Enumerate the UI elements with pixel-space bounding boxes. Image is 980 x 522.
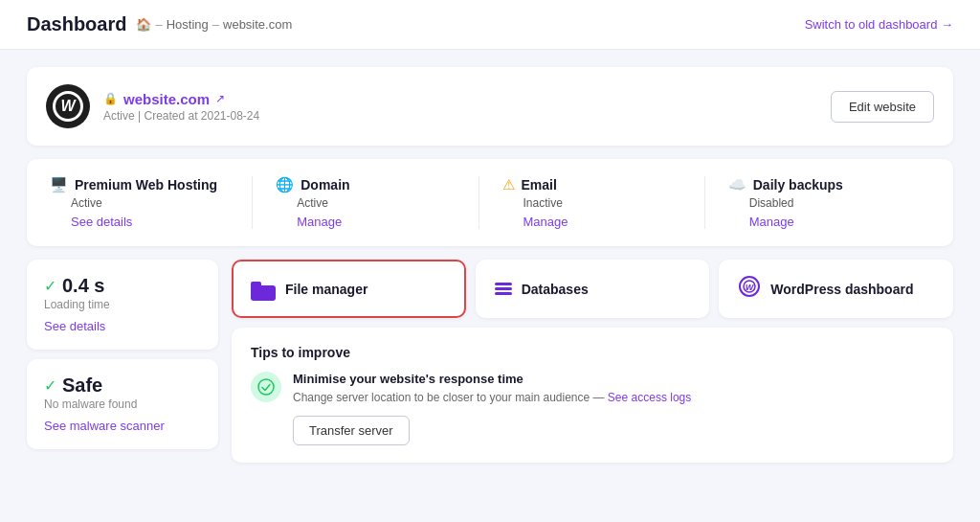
- site-card: W 🔒 website.com ↗ Active | Created at 20…: [27, 67, 953, 146]
- page-title: Dashboard: [27, 13, 126, 35]
- tip-icon: [251, 372, 281, 402]
- service-domain-action[interactable]: Manage: [297, 215, 468, 229]
- malware-scanner-link[interactable]: See malware scanner: [44, 419, 165, 433]
- hosting-icon: 🖥️: [50, 176, 68, 193]
- databases-card[interactable]: Databases: [476, 260, 710, 318]
- site-name-row: 🔒 website.com ↗: [103, 91, 259, 107]
- file-manager-label: File manager: [285, 282, 368, 297]
- file-manager-card[interactable]: File manager: [232, 260, 466, 318]
- service-backups-status: Disabled: [749, 196, 921, 210]
- svg-rect-1: [251, 282, 261, 288]
- wp-letter: W: [60, 98, 75, 115]
- wordpress-dashboard-card[interactable]: W WordPress dashboard: [719, 260, 953, 318]
- breadcrumb-home-icon: 🏠: [136, 17, 151, 32]
- right-column: File manager Databases: [232, 260, 953, 463]
- service-hosting: 🖥️ Premium Web Hosting Active See detail…: [50, 176, 252, 229]
- header-left: Dashboard 🏠 – Hosting – website.com: [27, 13, 292, 35]
- transfer-server-button[interactable]: Transfer server: [293, 416, 410, 445]
- service-email-title-row: ⚠ Email: [502, 176, 695, 193]
- service-email-title: Email: [522, 177, 557, 193]
- service-domain-status: Active: [297, 196, 468, 210]
- tip-description: Change server location to be closer to y…: [293, 389, 691, 406]
- left-column: ✓ 0.4 s Loading time See details ✓ Safe …: [27, 260, 218, 449]
- tip-desc-text: Change server location to be closer to y…: [293, 391, 605, 404]
- service-hosting-status: Active: [71, 196, 242, 210]
- site-meta: Active | Created at 2021-08-24: [103, 109, 259, 123]
- loading-time-link[interactable]: See details: [44, 319, 105, 333]
- service-email-action[interactable]: Manage: [523, 215, 695, 229]
- service-domain-title: Domain: [301, 177, 349, 193]
- wordpress-dashboard-icon: W: [738, 275, 761, 303]
- site-name-link[interactable]: website.com: [123, 91, 210, 107]
- service-domain: 🌐 Domain Active Manage: [252, 176, 478, 229]
- safe-check-icon: ✓: [44, 376, 56, 395]
- tip-access-logs-link[interactable]: See access logs: [608, 391, 691, 404]
- service-hosting-title: Premium Web Hosting: [75, 177, 217, 193]
- email-icon: ⚠: [502, 176, 515, 193]
- tip-item: Minimise your website's response time Ch…: [251, 372, 934, 445]
- breadcrumb: 🏠 – Hosting – website.com: [136, 17, 292, 32]
- service-backups-title: Daily backups: [753, 177, 843, 193]
- wordpress-logo: W: [46, 84, 90, 128]
- bottom-row: ✓ 0.4 s Loading time See details ✓ Safe …: [27, 260, 953, 463]
- site-info: 🔒 website.com ↗ Active | Created at 2021…: [103, 91, 259, 123]
- breadcrumb-separator2: –: [212, 17, 219, 32]
- file-manager-icon: [251, 278, 276, 301]
- tips-card: Tips to improve Minimise your website's …: [232, 328, 953, 463]
- loading-time-card: ✓ 0.4 s Loading time See details: [27, 260, 218, 350]
- tip-content: Minimise your website's response time Ch…: [293, 372, 691, 445]
- service-domain-title-row: 🌐 Domain: [276, 176, 468, 193]
- safe-value: Safe: [62, 374, 102, 397]
- loading-time-label: Loading time: [44, 298, 201, 311]
- tips-title: Tips to improve: [251, 345, 934, 360]
- loading-time-value-row: ✓ 0.4 s: [44, 275, 201, 297]
- tip-headline: Minimise your website's response time: [293, 372, 691, 386]
- safe-card: ✓ Safe No malware found See malware scan…: [27, 359, 218, 449]
- domain-icon: 🌐: [276, 176, 294, 193]
- service-backups-action[interactable]: Manage: [749, 215, 921, 229]
- lock-icon: 🔒: [103, 92, 118, 105]
- safe-value-row: ✓ Safe: [44, 374, 201, 397]
- databases-icon: [495, 283, 512, 295]
- services-card: 🖥️ Premium Web Hosting Active See detail…: [27, 159, 953, 246]
- service-backups: ☁️ Daily backups Disabled Manage: [704, 176, 930, 229]
- svg-point-5: [258, 379, 274, 395]
- external-link-icon[interactable]: ↗: [215, 92, 225, 105]
- breadcrumb-hosting: Hosting: [167, 17, 209, 32]
- top-header: Dashboard 🏠 – Hosting – website.com Swit…: [0, 0, 980, 50]
- check-icon: ✓: [44, 277, 56, 295]
- service-email: ⚠ Email Inactive Manage: [479, 176, 704, 229]
- service-backups-title-row: ☁️ Daily backups: [728, 176, 921, 193]
- main-content: W 🔒 website.com ↗ Active | Created at 20…: [0, 50, 980, 480]
- edit-website-button[interactable]: Edit website: [831, 91, 934, 123]
- service-hosting-title-row: 🖥️ Premium Web Hosting: [50, 176, 242, 193]
- breadcrumb-separator: –: [155, 17, 162, 32]
- backups-icon: ☁️: [728, 176, 746, 193]
- safe-label: No malware found: [44, 397, 201, 411]
- quick-actions-row: File manager Databases: [232, 260, 953, 318]
- wp-logo-inner: W: [53, 91, 83, 122]
- service-email-status: Inactive: [523, 196, 695, 210]
- site-card-left: W 🔒 website.com ↗ Active | Created at 20…: [46, 84, 259, 128]
- wordpress-dashboard-label: WordPress dashboard: [770, 282, 913, 297]
- switch-dashboard-link[interactable]: Switch to old dashboard →: [805, 17, 953, 32]
- databases-label: Databases: [522, 282, 589, 297]
- service-hosting-action[interactable]: See details: [71, 215, 242, 229]
- breadcrumb-site: website.com: [223, 17, 292, 32]
- loading-time-value: 0.4 s: [62, 275, 104, 297]
